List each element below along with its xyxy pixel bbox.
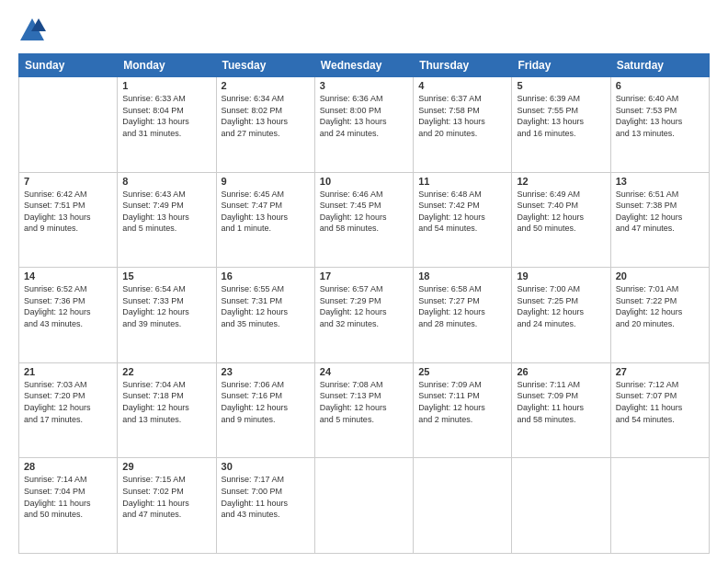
calendar-cell: 3Sunrise: 6:36 AM Sunset: 8:00 PM Daylig… xyxy=(314,77,413,173)
calendar-cell: 21Sunrise: 7:03 AM Sunset: 7:20 PM Dayli… xyxy=(19,362,118,458)
weekday-header-monday: Monday xyxy=(118,54,216,77)
calendar-cell xyxy=(414,458,512,554)
day-info: Sunrise: 6:52 AM Sunset: 7:36 PM Dayligh… xyxy=(24,283,112,329)
day-info: Sunrise: 6:45 AM Sunset: 7:47 PM Dayligh… xyxy=(222,189,310,235)
calendar-cell: 18Sunrise: 6:58 AM Sunset: 7:27 PM Dayli… xyxy=(414,268,512,363)
calendar-cell: 5Sunrise: 6:39 AM Sunset: 7:55 PM Daylig… xyxy=(512,77,610,173)
calendar-cell: 17Sunrise: 6:57 AM Sunset: 7:29 PM Dayli… xyxy=(314,268,413,363)
day-number: 21 xyxy=(24,366,112,377)
day-info: Sunrise: 6:48 AM Sunset: 7:42 PM Dayligh… xyxy=(418,189,506,235)
weekday-header-tuesday: Tuesday xyxy=(216,54,314,77)
day-number: 8 xyxy=(122,176,210,187)
calendar-cell xyxy=(512,458,610,554)
day-number: 15 xyxy=(122,270,210,282)
weekday-header-friday: Friday xyxy=(512,54,610,77)
calendar-cell: 22Sunrise: 7:04 AM Sunset: 7:18 PM Dayli… xyxy=(118,362,216,458)
day-number: 26 xyxy=(517,366,605,377)
day-info: Sunrise: 6:36 AM Sunset: 8:00 PM Dayligh… xyxy=(320,93,408,139)
day-number: 16 xyxy=(222,270,310,282)
day-info: Sunrise: 6:58 AM Sunset: 7:27 PM Dayligh… xyxy=(418,283,506,329)
day-number: 19 xyxy=(517,270,605,282)
day-info: Sunrise: 6:33 AM Sunset: 8:04 PM Dayligh… xyxy=(122,93,210,139)
calendar-cell: 13Sunrise: 6:51 AM Sunset: 7:38 PM Dayli… xyxy=(610,172,709,268)
calendar-table: SundayMondayTuesdayWednesdayThursdayFrid… xyxy=(18,53,710,554)
calendar-cell: 15Sunrise: 6:54 AM Sunset: 7:33 PM Dayli… xyxy=(118,268,216,363)
day-info: Sunrise: 7:09 AM Sunset: 7:11 PM Dayligh… xyxy=(418,379,506,425)
day-number: 4 xyxy=(418,80,506,91)
day-number: 23 xyxy=(222,366,310,377)
logo xyxy=(18,17,50,44)
day-info: Sunrise: 7:04 AM Sunset: 7:18 PM Dayligh… xyxy=(122,379,210,425)
weekday-header-saturday: Saturday xyxy=(610,54,709,77)
calendar-week-1: 7Sunrise: 6:42 AM Sunset: 7:51 PM Daylig… xyxy=(19,172,710,268)
day-number: 2 xyxy=(222,80,310,91)
day-number: 22 xyxy=(122,366,210,377)
day-info: Sunrise: 6:43 AM Sunset: 7:49 PM Dayligh… xyxy=(122,189,210,235)
day-info: Sunrise: 7:06 AM Sunset: 7:16 PM Dayligh… xyxy=(222,379,310,425)
day-number: 1 xyxy=(122,80,210,91)
weekday-header-thursday: Thursday xyxy=(414,54,512,77)
calendar-cell: 28Sunrise: 7:14 AM Sunset: 7:04 PM Dayli… xyxy=(19,458,118,554)
day-number: 25 xyxy=(418,366,506,377)
weekday-header-row: SundayMondayTuesdayWednesdayThursdayFrid… xyxy=(19,54,710,77)
calendar-week-3: 21Sunrise: 7:03 AM Sunset: 7:20 PM Dayli… xyxy=(19,362,710,458)
calendar-cell: 2Sunrise: 6:34 AM Sunset: 8:02 PM Daylig… xyxy=(216,77,314,173)
calendar-week-4: 28Sunrise: 7:14 AM Sunset: 7:04 PM Dayli… xyxy=(19,458,710,554)
day-info: Sunrise: 6:49 AM Sunset: 7:40 PM Dayligh… xyxy=(517,189,605,235)
calendar-cell: 9Sunrise: 6:45 AM Sunset: 7:47 PM Daylig… xyxy=(216,172,314,268)
weekday-header-wednesday: Wednesday xyxy=(314,54,413,77)
day-info: Sunrise: 6:37 AM Sunset: 7:58 PM Dayligh… xyxy=(418,93,506,139)
calendar-cell: 6Sunrise: 6:40 AM Sunset: 7:53 PM Daylig… xyxy=(610,77,709,173)
calendar-cell: 29Sunrise: 7:15 AM Sunset: 7:02 PM Dayli… xyxy=(118,458,216,554)
day-number: 14 xyxy=(24,270,112,282)
calendar-cell xyxy=(314,458,413,554)
day-number: 3 xyxy=(320,80,408,91)
calendar-cell: 20Sunrise: 7:01 AM Sunset: 7:22 PM Dayli… xyxy=(610,268,709,363)
day-number: 27 xyxy=(616,366,704,377)
day-number: 6 xyxy=(616,80,704,91)
day-number: 29 xyxy=(122,461,210,472)
day-info: Sunrise: 7:01 AM Sunset: 7:22 PM Dayligh… xyxy=(616,283,704,329)
day-info: Sunrise: 6:34 AM Sunset: 8:02 PM Dayligh… xyxy=(222,93,310,139)
calendar-week-2: 14Sunrise: 6:52 AM Sunset: 7:36 PM Dayli… xyxy=(19,268,710,363)
day-number: 12 xyxy=(517,176,605,187)
day-info: Sunrise: 6:39 AM Sunset: 7:55 PM Dayligh… xyxy=(517,93,605,139)
header xyxy=(18,17,710,44)
day-number: 24 xyxy=(320,366,408,377)
weekday-header-sunday: Sunday xyxy=(19,54,118,77)
calendar-cell: 12Sunrise: 6:49 AM Sunset: 7:40 PM Dayli… xyxy=(512,172,610,268)
calendar-cell: 8Sunrise: 6:43 AM Sunset: 7:49 PM Daylig… xyxy=(118,172,216,268)
day-info: Sunrise: 7:03 AM Sunset: 7:20 PM Dayligh… xyxy=(24,379,112,425)
calendar-cell: 27Sunrise: 7:12 AM Sunset: 7:07 PM Dayli… xyxy=(610,362,709,458)
day-info: Sunrise: 7:00 AM Sunset: 7:25 PM Dayligh… xyxy=(517,283,605,329)
calendar-cell: 10Sunrise: 6:46 AM Sunset: 7:45 PM Dayli… xyxy=(314,172,413,268)
calendar-cell: 25Sunrise: 7:09 AM Sunset: 7:11 PM Dayli… xyxy=(414,362,512,458)
calendar-cell: 30Sunrise: 7:17 AM Sunset: 7:00 PM Dayli… xyxy=(216,458,314,554)
calendar-cell: 24Sunrise: 7:08 AM Sunset: 7:13 PM Dayli… xyxy=(314,362,413,458)
calendar-cell: 19Sunrise: 7:00 AM Sunset: 7:25 PM Dayli… xyxy=(512,268,610,363)
day-info: Sunrise: 7:17 AM Sunset: 7:00 PM Dayligh… xyxy=(222,474,310,520)
day-info: Sunrise: 7:14 AM Sunset: 7:04 PM Dayligh… xyxy=(24,474,112,520)
day-info: Sunrise: 6:57 AM Sunset: 7:29 PM Dayligh… xyxy=(320,283,408,329)
logo-icon xyxy=(18,17,46,44)
day-number: 5 xyxy=(517,80,605,91)
day-number: 11 xyxy=(418,176,506,187)
day-info: Sunrise: 7:15 AM Sunset: 7:02 PM Dayligh… xyxy=(122,474,210,520)
day-number: 10 xyxy=(320,176,408,187)
day-info: Sunrise: 6:54 AM Sunset: 7:33 PM Dayligh… xyxy=(122,283,210,329)
calendar-cell: 23Sunrise: 7:06 AM Sunset: 7:16 PM Dayli… xyxy=(216,362,314,458)
calendar-cell: 4Sunrise: 6:37 AM Sunset: 7:58 PM Daylig… xyxy=(414,77,512,173)
calendar-cell: 14Sunrise: 6:52 AM Sunset: 7:36 PM Dayli… xyxy=(19,268,118,363)
day-number: 30 xyxy=(222,461,310,472)
calendar-cell xyxy=(610,458,709,554)
day-number: 20 xyxy=(616,270,704,282)
day-number: 7 xyxy=(24,176,112,187)
calendar-cell: 7Sunrise: 6:42 AM Sunset: 7:51 PM Daylig… xyxy=(19,172,118,268)
day-info: Sunrise: 6:55 AM Sunset: 7:31 PM Dayligh… xyxy=(222,283,310,329)
calendar-cell xyxy=(19,77,118,173)
day-number: 13 xyxy=(616,176,704,187)
day-info: Sunrise: 7:11 AM Sunset: 7:09 PM Dayligh… xyxy=(517,379,605,425)
day-number: 18 xyxy=(418,270,506,282)
calendar-cell: 11Sunrise: 6:48 AM Sunset: 7:42 PM Dayli… xyxy=(414,172,512,268)
day-info: Sunrise: 6:46 AM Sunset: 7:45 PM Dayligh… xyxy=(320,189,408,235)
